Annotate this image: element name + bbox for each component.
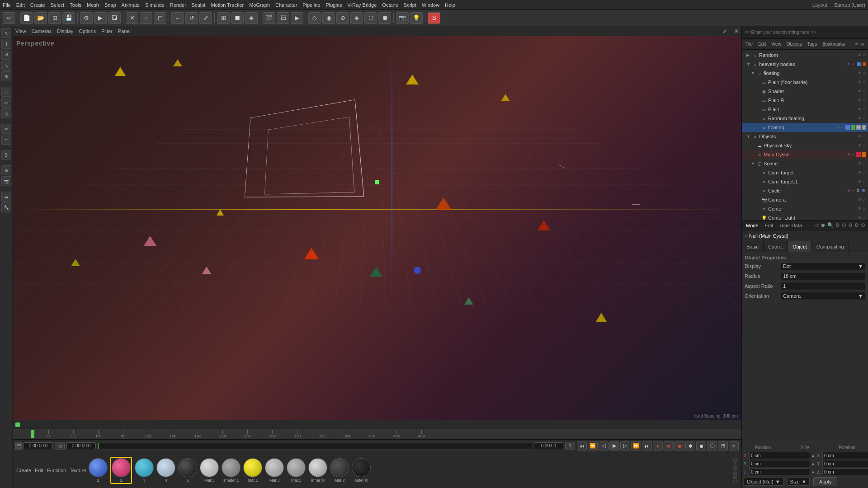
tree-eye-random[interactable]: 👁 <box>858 53 862 57</box>
size-x-input[interactable] <box>822 452 868 459</box>
menu-plugins[interactable]: Plugins <box>326 2 342 8</box>
toolbar-scale2[interactable]: ⤢ <box>199 12 212 24</box>
tree-item-floating2[interactable]: ○ floating 👁 ✓ ⚙ ⚙ <box>742 123 868 132</box>
tree-item-camera[interactable]: 📷 Camera 👁 ✓ <box>742 195 868 204</box>
tree-eye-crystal[interactable]: 👁 <box>847 152 851 157</box>
tree-eye-center[interactable]: 👁 <box>858 206 862 211</box>
sidebar-magnet[interactable]: ⌖ <box>1 135 11 145</box>
sidebar-scale[interactable]: ⤡ <box>1 61 11 70</box>
material-item-2[interactable]: 3 <box>135 458 154 483</box>
sidebar-poly[interactable]: ◇ <box>1 108 11 118</box>
hierarchy-tree[interactable]: ▶ ○ Random 👁 ✓ ▼ ○ heavenly bodies 👁 <box>742 50 868 220</box>
toolbar-grid[interactable]: ⊞ <box>217 12 230 24</box>
tree-eye-scene[interactable]: 👁 <box>858 161 862 166</box>
toolbar-obj5[interactable]: ⬡ <box>364 12 377 24</box>
tree-extra-circle[interactable]: ⚙ <box>856 188 861 193</box>
transport-extra1[interactable]: ⊞ <box>718 441 728 450</box>
tree-render-ct[interactable]: ✓ <box>863 170 866 175</box>
tree-eye-plain[interactable]: 👁 <box>858 107 862 112</box>
tree-item-heavenly-bodies[interactable]: ▼ ○ heavenly bodies 👁 ✓ <box>742 60 868 69</box>
layout-value[interactable]: Startup (User) <box>834 2 865 8</box>
tree-eye-heavenly[interactable]: 👁 <box>847 62 851 66</box>
tree-item-random[interactable]: ▶ ○ Random 👁 ✓ <box>742 51 868 60</box>
hierarchy-search-input[interactable] <box>745 30 865 35</box>
tree-eye-floating[interactable]: 👁 <box>858 71 862 75</box>
tree-eye-plain-floor[interactable]: 👁 <box>858 80 862 84</box>
prop-input-aspect[interactable] <box>781 282 865 290</box>
tree-eye-camera[interactable]: 👁 <box>858 197 862 202</box>
toolbar-save[interactable]: 💾 <box>62 12 75 24</box>
pos-x-input[interactable] <box>749 452 810 459</box>
tree-render-plain-r[interactable]: ✓ <box>863 98 866 103</box>
tree-eye-shader[interactable]: 👁 <box>858 89 862 94</box>
prop-dd-display[interactable]: Dot ▼ <box>781 262 865 270</box>
tree-item-center-light[interactable]: 💡 Center Light 👁 ✓ <box>742 213 868 220</box>
transport-stop[interactable]: ■ <box>664 441 674 450</box>
tree-render-heavenly[interactable]: ✓ <box>852 62 855 66</box>
menu-help[interactable]: Help <box>445 2 455 8</box>
menu-sculpt[interactable]: Sculpt <box>192 2 206 8</box>
transport-prev-key[interactable]: ⏪ <box>588 441 598 450</box>
viewport-icon-max[interactable]: ⤢ <box>722 28 727 34</box>
toolbar-render-settings[interactable]: ⚙ <box>80 12 93 24</box>
tree-eye-ct[interactable]: 👁 <box>858 170 862 175</box>
time-current[interactable]: 0:00:00:0 <box>66 442 96 449</box>
transport-play[interactable]: ▶ <box>609 441 619 450</box>
viewport-icon-close[interactable]: ✕ <box>734 28 739 34</box>
tree-item-floating[interactable]: ▼ ○ floating 👁 ✓ <box>742 69 868 78</box>
menu-tools[interactable]: Tools <box>70 2 81 8</box>
sidebar-paint[interactable]: ✏ <box>1 124 11 134</box>
hier-btn-edit[interactable]: Edit <box>756 41 768 47</box>
material-item-1[interactable]: 2 <box>110 457 132 484</box>
sidebar-snap[interactable]: S <box>1 150 11 160</box>
mode-icon-gear3[interactable]: ⚙ <box>848 222 853 228</box>
mode-icon-search[interactable]: 🔍 <box>827 222 834 228</box>
sidebar-transform[interactable]: ⊞ <box>1 71 11 81</box>
menu-snap[interactable]: Snap <box>104 2 116 8</box>
timeline-btn1[interactable]: ◁ <box>55 442 65 450</box>
tree-render-objects[interactable]: ✓ <box>863 134 866 139</box>
tree-render-center[interactable]: ✓ <box>863 206 866 211</box>
toolbar-undo[interactable]: ↩ <box>3 12 15 24</box>
toolbar-timeline[interactable]: 🎬 <box>263 12 275 24</box>
mat-function[interactable]: Function <box>47 468 66 473</box>
transport-step-fwd[interactable]: ▷ <box>620 441 630 450</box>
menu-file[interactable]: File <box>3 2 11 8</box>
hier-btn-objects[interactable]: Objects <box>785 41 804 47</box>
toolbar-rot2[interactable]: ↺ <box>185 12 198 24</box>
toolbar-keyframe[interactable]: 🎞 <box>277 12 289 24</box>
menu-mesh[interactable]: Mesh <box>87 2 99 8</box>
transport-motion[interactable]: 〇 <box>707 441 717 450</box>
toolbar-light[interactable]: 💡 <box>410 12 423 24</box>
toolbar-snap2[interactable]: 🔲 <box>231 12 244 24</box>
sidebar-camera[interactable]: 📷 <box>1 176 11 186</box>
mat-edit[interactable]: Edit <box>35 468 43 473</box>
transport-record[interactable]: ⏺ <box>675 441 684 450</box>
sidebar-move[interactable]: ✛ <box>1 39 11 49</box>
tree-item-main-crystal[interactable]: ○ Main Cystal 👁 ✓ <box>742 150 868 159</box>
tree-render-shader[interactable]: ✓ <box>863 89 866 94</box>
sidebar-lasso[interactable]: ◌ <box>1 87 11 97</box>
sidebar-rect[interactable]: ▭ <box>1 98 11 108</box>
toolbar-scale[interactable]: ◻ <box>154 12 166 24</box>
mode-icon-gear5[interactable]: ⚙ <box>861 222 865 228</box>
tree-render-camera[interactable]: ✓ <box>863 197 866 202</box>
transport-goto-end[interactable]: ⏭ <box>642 441 652 450</box>
transport-extra2[interactable]: ≡ <box>729 441 739 450</box>
timeline-ruler[interactable]: 0 32 64 95 128 160 192 224 256 288 320 3… <box>13 429 741 439</box>
material-item-12[interactable]: outer ni <box>352 458 371 483</box>
transport-step-back[interactable]: ◁ <box>599 441 609 450</box>
toolbar-obj6[interactable]: ⬢ <box>378 12 391 24</box>
apply-mode-dropdown[interactable]: Size ▼ <box>787 478 810 486</box>
menu-simulate[interactable]: Simulate <box>145 2 165 8</box>
tree-item-scene[interactable]: ▼ ⬡ Scene 👁 ✓ <box>742 159 868 168</box>
tree-render-ct1[interactable]: ✓ <box>863 179 866 184</box>
tab-compositing[interactable]: Compositing <box>812 241 849 252</box>
toolbar-rotate[interactable]: ○ <box>140 12 152 24</box>
vp-menu-filter[interactable]: Filter <box>101 28 112 34</box>
tree-render-sky[interactable]: ✓ <box>863 143 866 148</box>
tree-item-objects[interactable]: ▼ ○ Objects 👁 ✓ <box>742 132 868 141</box>
vp-menu-display[interactable]: Display <box>57 28 73 34</box>
material-item-6[interactable]: shader.1 <box>222 458 241 483</box>
transport-autokey[interactable]: ⏺ <box>696 441 706 450</box>
